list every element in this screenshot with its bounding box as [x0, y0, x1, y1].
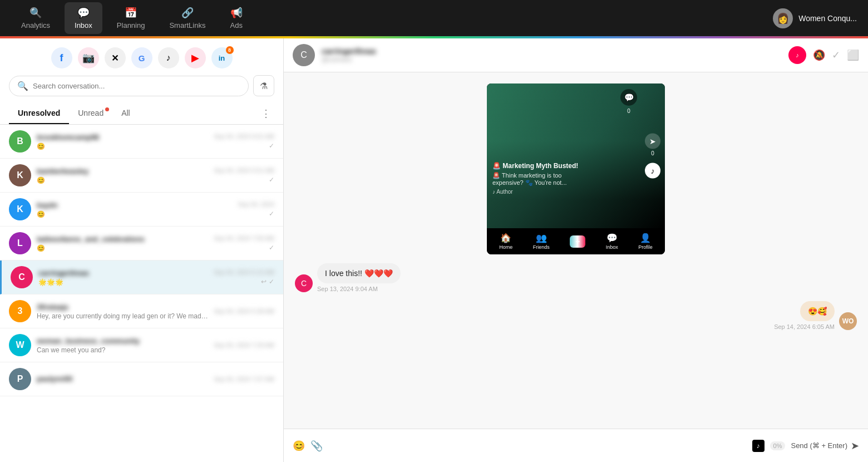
planning-icon: 📅	[125, 7, 137, 19]
search-row: 🔍 ⚗	[0, 75, 283, 103]
main-layout: f 📷 ✕ G ♪ ▶ in 8 🔍	[0, 38, 868, 462]
platform-tiktok[interactable]: ♪	[158, 47, 179, 68]
profile-label: Profile	[638, 244, 653, 250]
tab-all[interactable]: All	[112, 103, 139, 124]
char-counter: 0%	[770, 441, 786, 450]
share-count: 0	[651, 150, 654, 156]
conv-time: Sep 04, 2024 5:38 AM	[214, 308, 274, 314]
list-item[interactable]: K kamberkeasley 😊 Sep 04, 2024 5:51 AM ✓	[0, 159, 283, 193]
tiktok-video-card: 💬 0 ➤ 0 ♪ 🚨 Marketing Myt	[487, 83, 665, 254]
friends-icon: 👥	[536, 233, 547, 243]
conv-meta: Sep 03, 2024 7:29 AM	[214, 342, 274, 348]
tab-unresolved[interactable]: Unresolved	[9, 103, 69, 124]
platform-facebook[interactable]: f	[51, 47, 72, 68]
check-icon: ✓	[269, 278, 274, 286]
chat-contact-info: carringerthnas @connect	[322, 47, 782, 63]
tiktok-nav-home[interactable]: 🏠 Home	[499, 233, 512, 250]
nav-ads[interactable]: 📢 Ads	[220, 2, 252, 34]
chat-input[interactable]	[328, 441, 747, 450]
analytics-icon: 🔍	[29, 7, 42, 19]
linkedin-badge: 8	[226, 46, 234, 54]
tiktok-music-btn: ♪	[645, 163, 660, 179]
conv-meta: Sep 04, 2024 5:38 AM	[214, 308, 274, 314]
list-item[interactable]: 3 30rataaja Hey, are you currently doing…	[0, 294, 283, 328]
conv-preview: 🌟🌟🌟	[38, 278, 208, 286]
conv-time: Sep 03, 2024 7:07 AM	[214, 376, 274, 382]
message-row: 😍🥰 Sep 14, 2024 6:05 AM WO	[295, 301, 857, 330]
tiktok-nav-add[interactable]: +	[570, 235, 585, 248]
tiktok-badge-icon: ♪	[796, 52, 799, 58]
message-text: I love this!! ❤️❤️❤️	[325, 269, 393, 278]
attachment-button[interactable]: 📎	[310, 440, 323, 452]
list-item[interactable]: K kaydn 😊 Sep 04, 2024 ✓	[0, 193, 283, 227]
list-item[interactable]: C carringerthnas 🌟🌟🌟 Sep 04, 2024 6:15 A…	[0, 261, 283, 294]
list-item[interactable]: L ladiesofanns_and_celebrations 😊 Sep 04…	[0, 227, 283, 261]
inbox-nav-icon: 💬	[606, 233, 618, 243]
avatar: L	[9, 232, 31, 254]
comment-bubble: 💬	[620, 89, 637, 106]
tiktok-nav-friends[interactable]: 👥 Friends	[533, 233, 550, 250]
platform-youtube[interactable]: ▶	[185, 47, 206, 68]
comment-count: 0	[620, 108, 637, 114]
conv-info: kaydn 😊	[37, 201, 233, 218]
chat-header: C carringerthnas @connect ♪ 🔕 ✓ ⬜	[284, 38, 868, 72]
outgoing-avatar: WO	[839, 312, 857, 330]
send-arrow-icon: ➤	[851, 440, 859, 452]
tiktok-nav-profile[interactable]: 👤 Profile	[638, 233, 653, 250]
list-item[interactable]: W woman_business_community Can we meet y…	[0, 328, 283, 362]
tiktok-video-thumb: 💬 0 ➤ 0 ♪ 🚨 Marketing Myt	[487, 83, 665, 228]
expand-icon[interactable]: ⬜	[847, 49, 859, 61]
avatar: 3	[9, 300, 31, 322]
user-avatar[interactable]: 👩	[773, 8, 793, 28]
tab-unresolved-label: Unresolved	[18, 109, 60, 117]
avatar: B	[9, 130, 31, 153]
nav-smartlinks[interactable]: 🔗 SmartLinks	[159, 2, 215, 34]
platform-google[interactable]: G	[131, 47, 152, 68]
tiktok-platform-badge: ♪	[788, 46, 806, 64]
youtube-icon: ▶	[191, 52, 199, 64]
tiktok-input-logo: ♪	[752, 440, 765, 452]
nav-planning[interactable]: 📅 Planning	[107, 2, 155, 34]
nav-smartlinks-label: SmartLinks	[169, 21, 205, 30]
send-button[interactable]: Send (⌘ + Enter) ➤	[791, 440, 859, 452]
list-item[interactable]: P paulynn50 Sep 03, 2024 7:07 AM	[0, 362, 283, 396]
message-time: Sep 14, 2024 6:05 AM	[774, 323, 835, 330]
tab-all-label: All	[121, 109, 130, 117]
tab-unread-label: Unread	[78, 109, 103, 117]
conv-actions: ✓	[269, 142, 274, 150]
platform-twitter[interactable]: ✕	[105, 47, 126, 68]
conv-name: 30rataaja	[37, 303, 208, 311]
facebook-icon: f	[60, 52, 63, 64]
filter-button[interactable]: ⚗	[253, 75, 274, 96]
send-label: Send (⌘ + Enter)	[791, 441, 847, 450]
nav-analytics[interactable]: 🔍 Analytics	[11, 2, 60, 34]
platform-instagram[interactable]: 📷	[78, 47, 99, 68]
emoji-button[interactable]: 😊	[293, 440, 305, 452]
conv-actions: ↩ ✓	[261, 278, 274, 286]
conv-time: Sep 04, 2024	[238, 201, 274, 208]
conv-meta: Sep 04, 2024 6:15 AM ↩ ✓	[214, 269, 274, 286]
tiktok-nav-inbox[interactable]: 💬 Inbox	[606, 233, 618, 250]
platform-linkedin[interactable]: in 8	[211, 47, 233, 68]
nav-inbox-label: Inbox	[75, 21, 92, 30]
list-item[interactable]: B brookhomcamp98 😊 Sep 04, 2024 6:01 AM …	[0, 125, 283, 159]
tab-unread[interactable]: Unread	[69, 103, 112, 124]
tabs-more-button[interactable]: ⋮	[258, 104, 274, 123]
conv-info: kamberkeasley 😊	[37, 167, 208, 184]
unread-dot	[105, 107, 109, 111]
resolve-icon[interactable]: ✓	[832, 49, 840, 61]
message-bubble: 😍🥰	[800, 301, 835, 321]
search-input[interactable]	[33, 82, 240, 90]
mute-icon[interactable]: 🔕	[813, 49, 825, 61]
google-icon: G	[139, 53, 145, 63]
conv-info: paulynn50	[37, 375, 208, 384]
conv-actions: ✓	[269, 244, 274, 252]
conv-meta: Sep 04, 2024 ✓	[238, 201, 274, 218]
right-panel: C carringerthnas @connect ♪ 🔕 ✓ ⬜	[284, 38, 868, 462]
nav-inbox[interactable]: 💬 Inbox	[65, 2, 102, 34]
tiktok-desc2: expensive? 🐾 You're not...	[492, 179, 637, 186]
tiktok-desc1: 🚨 Think marketing is too	[492, 172, 637, 179]
conv-name: woman_business_community	[37, 337, 208, 345]
search-box: 🔍	[9, 76, 249, 96]
tiktok-nav-bar: 🏠 Home 👥 Friends + 💬 Inbox	[487, 228, 665, 254]
